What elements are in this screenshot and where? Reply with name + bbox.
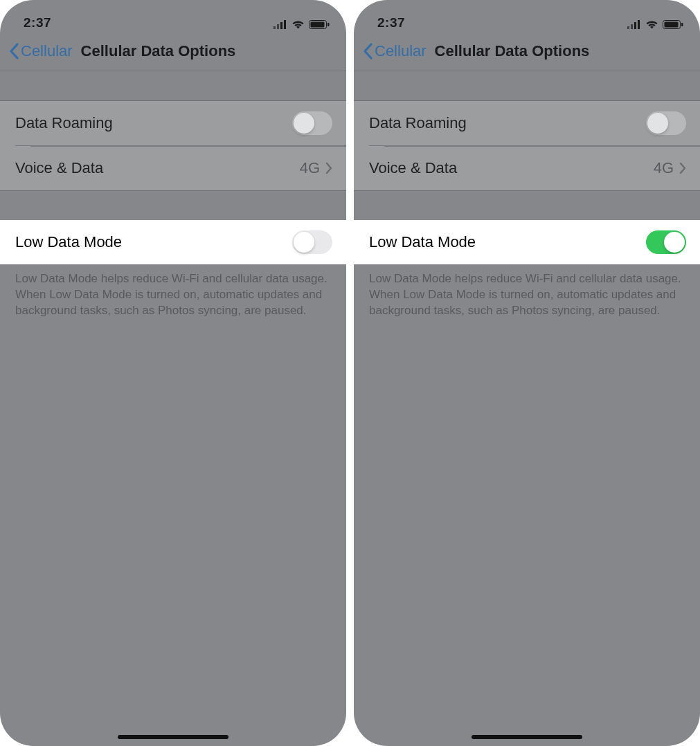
svg-rect-3 [284,20,286,29]
row-label: Low Data Mode [369,233,646,251]
status-icons [273,20,330,30]
row-low-data-mode[interactable]: Low Data Mode [0,220,346,264]
nav-bar: Cellular Cellular Data Options [0,32,346,71]
row-label: Data Roaming [15,114,292,132]
section-gap [354,71,700,100]
data-roaming-toggle[interactable] [646,111,686,135]
nav-bar: Cellular Cellular Data Options [354,32,700,71]
status-icons [627,20,683,30]
low-data-mode-toggle[interactable] [646,230,686,254]
page-title: Cellular Data Options [435,42,590,60]
cellular-icon [627,20,641,29]
back-label: Cellular [375,42,427,60]
row-data-roaming[interactable]: Data Roaming [0,101,346,145]
back-button[interactable]: Cellular [6,39,75,63]
row-value: 4G [654,159,674,177]
settings-group-2: Low Data Mode [0,220,346,264]
row-low-data-mode[interactable]: Low Data Mode [354,220,700,264]
screenshot-left: 2:37 Cellular Cellular D [0,0,346,746]
svg-rect-13 [681,23,683,26]
section-gap [354,191,700,220]
settings-group-2: Low Data Mode [354,220,700,264]
row-label: Data Roaming [369,114,646,132]
svg-rect-10 [638,20,640,29]
wifi-icon [291,20,305,29]
svg-rect-5 [311,22,325,28]
low-data-mode-toggle[interactable] [292,230,332,254]
screenshot-right: 2:37 Cellular Cellular D [354,0,700,746]
cellular-icon [273,20,287,29]
wifi-icon [645,20,658,29]
svg-rect-2 [280,22,282,29]
svg-rect-6 [327,23,330,26]
status-bar: 2:37 [0,0,346,32]
svg-rect-12 [665,22,679,28]
back-button[interactable]: Cellular [359,39,429,63]
settings-group-1: Data Roaming Voice & Data 4G [354,100,700,191]
chevron-right-icon [679,162,686,174]
row-label: Low Data Mode [15,233,292,251]
battery-icon [309,20,330,29]
chevron-right-icon [325,162,332,174]
svg-rect-1 [277,24,279,29]
chevron-left-icon [8,43,19,60]
section-gap [0,191,346,220]
row-label: Voice & Data [369,159,654,177]
svg-rect-0 [273,26,276,29]
status-time: 2:37 [24,15,51,30]
svg-rect-9 [634,22,636,29]
home-indicator[interactable] [118,735,228,739]
footer-text: Low Data Mode helps reduce Wi-Fi and cel… [0,264,346,319]
footer-text: Low Data Mode helps reduce Wi-Fi and cel… [354,264,700,319]
page-title: Cellular Data Options [81,42,236,60]
row-value: 4G [300,159,320,177]
data-roaming-toggle[interactable] [292,111,332,135]
row-voice-data[interactable]: Voice & Data 4G [15,145,346,190]
svg-rect-7 [627,26,629,29]
back-label: Cellular [21,42,73,60]
settings-group-1: Data Roaming Voice & Data 4G [0,100,346,191]
status-time: 2:37 [377,15,405,30]
row-voice-data[interactable]: Voice & Data 4G [369,145,700,190]
chevron-left-icon [362,43,373,60]
status-bar: 2:37 [354,0,700,32]
home-indicator[interactable] [472,735,582,739]
row-data-roaming[interactable]: Data Roaming [354,101,700,145]
battery-icon [663,20,683,29]
section-gap [0,71,346,100]
row-label: Voice & Data [15,159,300,177]
svg-rect-8 [631,24,633,29]
